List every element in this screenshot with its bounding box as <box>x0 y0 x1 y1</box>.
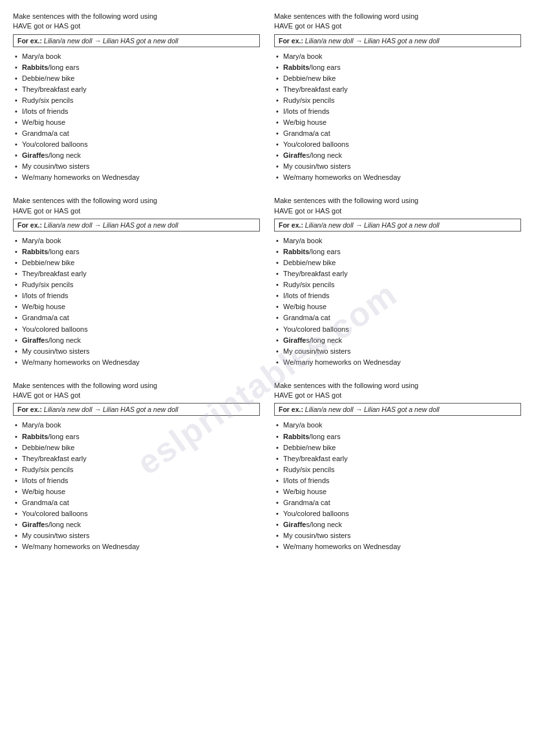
example-label: For ex.: <box>17 37 42 45</box>
list-item: We/big house <box>13 486 260 497</box>
list-item: We/many homeworks on Wednesday <box>274 357 521 368</box>
list-item: I/lots of friends <box>274 106 521 117</box>
list-item: Mary/a book <box>13 420 260 431</box>
list-item: You/colored balloons <box>13 139 260 150</box>
card-title-2-1: Make sentences with the following word u… <box>13 196 260 216</box>
item-list-3-1: Mary/a book Rabbits/long ears Debbie/new… <box>13 420 260 552</box>
example-arrow: → <box>94 37 101 45</box>
list-item: They/breakfast early <box>13 453 260 464</box>
card-title-1-1: Make sentences with the following word u… <box>13 12 260 32</box>
example-box-3-1: For ex.: Lilian/a new doll → Lilian HAS … <box>13 403 260 416</box>
list-item: My cousin/two sisters <box>274 530 521 541</box>
list-item: Grandma/a cat <box>274 128 521 139</box>
list-item: Rudy/six pencils <box>13 95 260 106</box>
list-item: Giraffes/long neck <box>13 150 260 161</box>
list-item: You/colored balloons <box>13 508 260 519</box>
list-item: They/breakfast early <box>13 84 260 95</box>
example-box-1-2: For ex.: Lilian/a new doll → Lilian HAS … <box>274 34 521 47</box>
list-item: Debbie/new bike <box>274 257 521 268</box>
example-arrow: → <box>94 405 101 413</box>
example-result: Lilian HAS got a new doll <box>101 405 178 413</box>
example-text: Lilian/a new doll <box>42 221 94 229</box>
list-item: Mary/a book <box>13 51 260 62</box>
example-text: Lilian/a new doll <box>303 37 356 45</box>
example-result: Lilian HAS got a new doll <box>362 37 440 45</box>
list-item: Mary/a book <box>274 420 521 431</box>
list-item: We/many homeworks on Wednesday <box>13 357 260 368</box>
example-arrow: → <box>356 221 362 229</box>
list-item: I/lots of friends <box>13 106 260 117</box>
example-box-2-2: For ex.: Lilian/a new doll → Lilian HAS … <box>274 219 521 232</box>
list-item: Rudy/six pencils <box>274 464 521 475</box>
list-item: Rudy/six pencils <box>13 464 260 475</box>
list-item: My cousin/two sisters <box>13 346 260 357</box>
list-item: They/breakfast early <box>274 84 521 95</box>
example-arrow: → <box>94 221 101 229</box>
list-item: Debbie/new bike <box>274 442 521 453</box>
card-2-2: Make sentences with the following word u… <box>270 191 525 375</box>
list-item: Debbie/new bike <box>13 73 260 84</box>
list-item: We/big house <box>13 117 260 128</box>
list-item: Grandma/a cat <box>274 312 521 323</box>
card-3-2: Make sentences with the following word u… <box>270 376 525 560</box>
list-item: Rudy/six pencils <box>13 279 260 290</box>
list-item: We/many homeworks on Wednesday <box>274 541 521 552</box>
list-item: They/breakfast early <box>274 268 521 279</box>
list-item: We/big house <box>274 117 521 128</box>
example-label: For ex.: <box>279 221 303 229</box>
example-label: For ex.: <box>17 221 42 229</box>
worksheet-grid: Make sentences with the following word u… <box>9 6 525 560</box>
item-list-1-1: Mary/a book Rabbits/long ears Debbie/new… <box>13 51 260 184</box>
list-item: We/big house <box>274 301 521 312</box>
list-item: Rabbits/long ears <box>13 246 260 257</box>
list-item: Giraffes/long neck <box>274 150 521 161</box>
example-arrow: → <box>356 405 362 413</box>
list-item: You/colored balloons <box>274 324 521 335</box>
list-item: Mary/a book <box>274 51 521 62</box>
list-item: Rabbits/long ears <box>13 62 260 73</box>
example-label: For ex.: <box>279 405 303 413</box>
list-item: Debbie/new bike <box>13 257 260 268</box>
list-item: You/colored balloons <box>13 324 260 335</box>
list-item: You/colored balloons <box>274 508 521 519</box>
list-item: Grandma/a cat <box>13 312 260 323</box>
example-text: Lilian/a new doll <box>42 37 94 45</box>
page: eslprintables.com Make sentences with th… <box>0 0 534 756</box>
card-1-1: Make sentences with the following word u… <box>9 6 264 191</box>
list-item: Giraffes/long neck <box>274 519 521 530</box>
example-text: Lilian/a new doll <box>303 221 356 229</box>
list-item: Rabbits/long ears <box>274 431 521 442</box>
card-title-3-2: Make sentences with the following word u… <box>274 381 521 401</box>
list-item: My cousin/two sisters <box>274 346 521 357</box>
list-item: Mary/a book <box>274 235 521 246</box>
list-item: I/lots of friends <box>13 475 260 486</box>
card-title-1-2: Make sentences with the following word u… <box>274 12 521 32</box>
list-item: Grandma/a cat <box>13 128 260 139</box>
list-item: Rabbits/long ears <box>13 431 260 442</box>
example-arrow: → <box>356 37 362 45</box>
example-result: Lilian HAS got a new doll <box>101 221 178 229</box>
example-result: Lilian HAS got a new doll <box>362 221 440 229</box>
example-result: Lilian HAS got a new doll <box>101 37 178 45</box>
list-item: Giraffes/long neck <box>13 335 260 346</box>
list-item: We/big house <box>274 486 521 497</box>
example-text: Lilian/a new doll <box>42 405 94 413</box>
list-item: I/lots of friends <box>274 290 521 301</box>
list-item: They/breakfast early <box>274 453 521 464</box>
list-item: Rudy/six pencils <box>274 279 521 290</box>
example-result: Lilian HAS got a new doll <box>362 405 440 413</box>
list-item: Giraffes/long neck <box>274 335 521 346</box>
item-list-1-2: Mary/a book Rabbits/long ears Debbie/new… <box>274 51 521 184</box>
card-1-2: Make sentences with the following word u… <box>270 6 525 191</box>
list-item: Giraffes/long neck <box>13 519 260 530</box>
item-list-2-2: Mary/a book Rabbits/long ears Debbie/new… <box>274 235 521 368</box>
list-item: Rabbits/long ears <box>274 62 521 73</box>
list-item: Debbie/new bike <box>274 73 521 84</box>
list-item: Grandma/a cat <box>13 497 260 508</box>
list-item: Grandma/a cat <box>274 497 521 508</box>
list-item: My cousin/two sisters <box>13 530 260 541</box>
card-3-1: Make sentences with the following word u… <box>9 376 264 560</box>
list-item: Rabbits/long ears <box>274 246 521 257</box>
list-item: They/breakfast early <box>13 268 260 279</box>
list-item: I/lots of friends <box>13 290 260 301</box>
